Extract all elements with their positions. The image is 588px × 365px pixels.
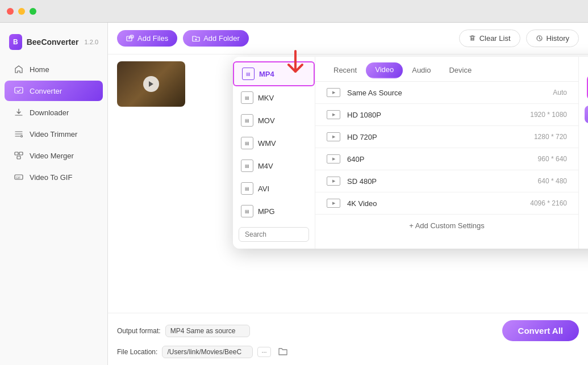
quality-row-hd-1080p[interactable]: ▶ HD 1080P 1920 * 1080 [315,104,578,126]
format-item-avi[interactable]: ▤ AVI [233,177,315,200]
quality-row-hd-720p[interactable]: ▶ HD 720P 1280 * 720 [315,126,578,148]
svg-rect-3 [19,152,23,155]
svg-rect-2 [15,152,18,155]
app-version: 1.2.0 [85,39,98,45]
format-list-panel: ▤ MP4 ▤ MKV ▤ MOV ▤ WMV ▤ M4V [233,57,315,249]
app-logo: B [9,34,22,50]
main-content: Add Files Add Folder Clear List [108,23,588,365]
format-label-mov: MOV [258,116,275,125]
history-label: History [547,34,569,43]
mpg-file-icon: ▤ [241,205,253,217]
sidebar-item-video-to-gif[interactable]: GIF Video To GIF [5,167,103,187]
add-custom-label: + Add Custom Settings [409,221,485,230]
output-format-select[interactable]: MP4 Same as source [165,325,250,337]
toolbar: Add Files Add Folder Clear List [108,23,588,54]
format-item-mpg[interactable]: ▤ MPG [233,200,315,223]
mp4-file-icon: ▤ [242,68,255,80]
format-search-input[interactable] [239,227,309,242]
quality-row-640p[interactable]: ▶ 640P 960 * 640 [315,148,578,170]
downloader-icon [14,107,24,118]
clear-list-label: Clear List [479,34,511,43]
tab-audio[interactable]: Audio [403,62,440,81]
sidebar-label-video-to-gif: Video To GIF [30,173,72,182]
history-icon [536,35,543,42]
sidebar-item-converter[interactable]: Converter [5,81,103,101]
svg-text:GIF: GIF [16,176,20,179]
sidebar-item-video-merger[interactable]: Video Merger [5,145,103,166]
convert-all-label: Convert All [518,326,563,335]
format-search-box [233,223,315,244]
svg-rect-4 [17,156,20,159]
play-button[interactable] [143,76,159,92]
gif-icon: GIF [14,172,24,182]
output-format-label: Output format: [117,327,161,335]
home-icon [14,64,24,74]
history-button[interactable]: History [526,30,579,47]
folder-icon[interactable] [278,346,288,358]
format-label-m4v: M4V [258,162,273,170]
quality-panel: Recent Video Audio Device ▶ Same As Sour… [315,57,578,249]
titlebar [0,0,588,23]
sidebar-item-downloader[interactable]: Downloader [5,102,103,123]
m4v-file-icon: ▤ [241,160,253,172]
sidebar-label-converter: Converter [30,87,62,95]
quality-video-icon-5: ▶ [327,177,340,186]
format-label-mp4: MP4 [259,70,274,78]
app-name: BeeConverter [27,37,79,47]
sidebar-item-video-trimmer[interactable]: Video Trimmer [5,124,103,144]
sidebar-label-video-trimmer: Video Trimmer [30,130,77,139]
format-label-mpg: MPG [258,207,275,216]
quality-video-icon-2: ▶ [327,110,340,119]
quality-row-4k-video[interactable]: ▶ 4K Video 4096 * 2160 [315,192,578,215]
file-location-input[interactable] [162,346,253,358]
ellipsis-button[interactable]: ··· [257,347,270,357]
tab-device[interactable]: Device [440,62,481,81]
arrow-pointer [284,50,307,81]
maximize-window-button[interactable] [30,8,36,15]
video-thumbnail-item [117,61,185,107]
convert-all-button[interactable]: Convert All [502,320,579,341]
tab-video[interactable]: Video [366,62,403,78]
clear-list-button[interactable]: Clear List [459,30,520,47]
add-files-button[interactable]: Add Files [117,30,177,47]
minimize-window-button[interactable] [18,8,25,15]
svg-rect-0 [15,87,23,93]
format-item-mkv[interactable]: ▤ MKV [233,86,315,109]
sidebar-item-home[interactable]: Home [5,59,103,79]
sidebar-label-downloader: Downloader [30,108,69,117]
add-custom-settings-button[interactable]: + Add Custom Settings [315,215,578,237]
quality-video-icon-4: ▶ [327,154,340,163]
video-thumbnail [117,61,185,107]
trash-icon [469,35,476,42]
converter-icon [14,86,24,96]
output-format-row: Output format: MP4 Same as source Conver… [117,318,579,343]
convert-button[interactable]: Convert [585,106,589,123]
tab-recent[interactable]: Recent [324,62,366,81]
mkv-file-icon: ▤ [241,91,253,104]
quality-video-icon-3: ▶ [327,132,340,141]
avi-file-icon: ▤ [241,182,253,195]
bottom-bar: Output format: MP4 Same as source Conver… [108,313,588,365]
add-files-label: Add Files [137,34,168,43]
svg-point-1 [21,136,23,137]
svg-rect-8 [130,35,134,38]
format-item-m4v[interactable]: ▤ M4V [233,154,315,177]
quality-video-icon-6: ▶ [327,199,340,208]
file-location-label: File Location: [117,348,157,356]
mov-file-icon: ▤ [241,114,253,127]
merger-icon [14,150,24,161]
format-item-mov[interactable]: ▤ MOV [233,109,315,132]
add-folder-button[interactable]: Add Folder [183,30,249,47]
format-label-avi: AVI [258,184,269,193]
quality-row-same-as-source[interactable]: ▶ Same As Source Auto [315,82,578,104]
format-item-wmv[interactable]: ▤ WMV [233,132,315,154]
quality-row-sd-480p[interactable]: ▶ SD 480P 640 * 480 [315,170,578,192]
sidebar-label-video-merger: Video Merger [30,152,74,160]
trimmer-icon [14,129,24,139]
add-folder-label: Add Folder [203,34,240,43]
app-container: B BeeConverter 1.2.0 Home Converter [0,23,588,365]
app-header: B BeeConverter 1.2.0 [0,28,107,58]
add-files-icon [126,35,134,43]
close-window-button[interactable] [7,8,14,15]
wmv-file-icon: ▤ [241,137,253,149]
